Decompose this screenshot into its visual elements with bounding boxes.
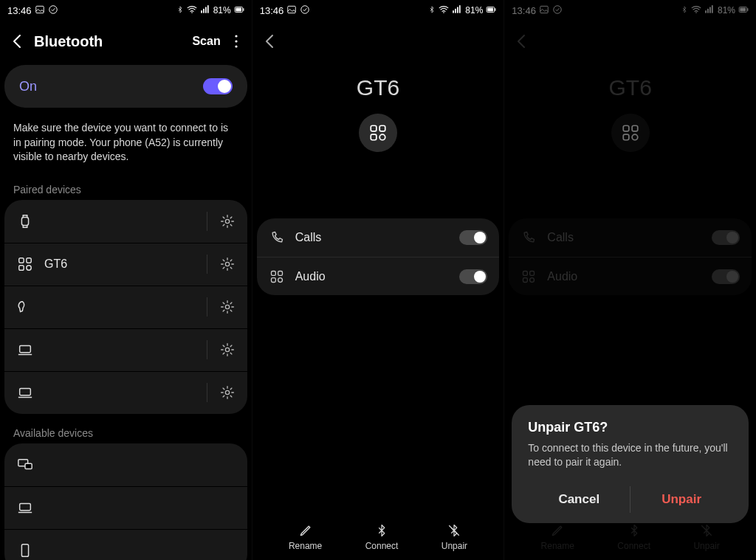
bluetooth-status-icon	[428, 4, 436, 17]
phone-icon	[16, 542, 34, 559]
back-button[interactable]	[9, 32, 27, 50]
pencil-icon	[298, 523, 313, 538]
widget-icon	[16, 255, 34, 273]
cancel-button[interactable]: Cancel	[528, 486, 630, 513]
unpair-dialog: Unpair GT6? To connect to this device in…	[512, 405, 749, 523]
device-settings-button[interactable]	[219, 256, 236, 272]
paired-device-row[interactable]	[4, 371, 247, 414]
scan-button[interactable]: Scan	[192, 35, 220, 48]
paired-device-row[interactable]	[4, 328, 247, 371]
action-bar: Rename Connect Unpair	[252, 519, 504, 557]
battery-percent: 81%	[465, 5, 483, 15]
unpair-confirm-button[interactable]: Unpair	[630, 486, 732, 513]
bluetooth-settings-screen: 13:46 81% Bluetooth Scan On Make sure th…	[0, 0, 252, 560]
paired-device-row[interactable]	[4, 286, 247, 328]
device-name: GT6	[44, 257, 196, 271]
battery-icon	[486, 4, 496, 17]
connect-button[interactable]: Connect	[365, 523, 399, 551]
device-settings-button[interactable]	[219, 299, 236, 315]
screen-mirror-icon	[16, 456, 34, 474]
status-bar: 13:46 81%	[0, 0, 252, 21]
bluetooth-status-icon	[176, 4, 184, 17]
check-icon	[48, 4, 58, 17]
pairing-hint: Make sure the device you want to connect…	[0, 111, 252, 170]
available-devices-list	[4, 443, 247, 560]
device-title: GT6	[252, 75, 504, 100]
image-icon	[286, 4, 297, 17]
status-time: 13:46	[7, 5, 32, 16]
wifi-status-icon	[439, 4, 449, 17]
more-button[interactable]	[230, 34, 243, 49]
unpair-button[interactable]: Unpair	[441, 523, 467, 551]
rename-button[interactable]: Rename	[289, 523, 322, 551]
paired-device-row[interactable]	[4, 200, 247, 243]
device-settings-button[interactable]	[219, 213, 236, 229]
device-detail-screen-dialog: 13:46 81% GT6 Calls Audio	[504, 0, 756, 560]
feature-label: Calls	[295, 231, 450, 244]
available-device-row[interactable]	[4, 529, 247, 560]
dialog-message: To connect to this device in the future,…	[528, 441, 732, 470]
dialog-title: Unpair GT6?	[528, 420, 732, 435]
paired-device-row[interactable]: GT6	[4, 243, 247, 286]
battery-percent: 81%	[213, 5, 231, 15]
dialog-scrim[interactable]: Unpair GT6? To connect to this device in…	[504, 0, 756, 560]
widget-icon	[269, 269, 285, 285]
available-device-row[interactable]	[4, 486, 247, 529]
laptop-icon	[16, 341, 34, 359]
available-device-row[interactable]	[4, 443, 247, 486]
battery-icon	[234, 4, 244, 17]
calls-toggle-row[interactable]: Calls	[257, 218, 500, 257]
status-time: 13:46	[260, 5, 284, 16]
laptop-icon	[16, 384, 34, 401]
watch-icon	[16, 212, 34, 230]
header	[252, 21, 504, 62]
paired-devices-label: Paired devices	[0, 170, 252, 200]
bluetooth-state-label: On	[19, 79, 37, 94]
wifi-status-icon	[187, 4, 197, 17]
device-detail-screen: 13:46 81% GT6 Calls Audio	[252, 0, 504, 560]
signal-status-icon	[452, 4, 462, 17]
available-devices-label: Available devices	[0, 414, 252, 443]
device-type-icon	[359, 114, 397, 152]
back-button[interactable]	[261, 32, 279, 50]
device-settings-button[interactable]	[219, 384, 236, 401]
signal-status-icon	[200, 4, 210, 17]
call-icon	[269, 229, 285, 246]
laptop-icon	[16, 499, 34, 516]
audio-toggle-row[interactable]: Audio	[257, 257, 500, 295]
bluetooth-master-toggle[interactable]: On	[4, 65, 247, 108]
paired-devices-list: GT6	[4, 200, 247, 414]
page-title: Bluetooth	[34, 33, 192, 50]
check-icon	[300, 4, 310, 17]
header: Bluetooth Scan	[0, 21, 252, 62]
calls-toggle[interactable]	[459, 230, 487, 245]
device-settings-button[interactable]	[219, 342, 236, 358]
status-bar: 13:46 81%	[252, 0, 504, 21]
earbuds-icon	[16, 298, 34, 316]
bluetooth-icon	[374, 523, 389, 538]
feature-label: Audio	[295, 270, 450, 283]
bluetooth-off-icon	[447, 523, 461, 538]
audio-toggle[interactable]	[459, 269, 487, 284]
feature-list: Calls Audio	[257, 218, 500, 295]
toggle-switch-on[interactable]	[203, 78, 233, 94]
image-icon	[35, 4, 45, 17]
